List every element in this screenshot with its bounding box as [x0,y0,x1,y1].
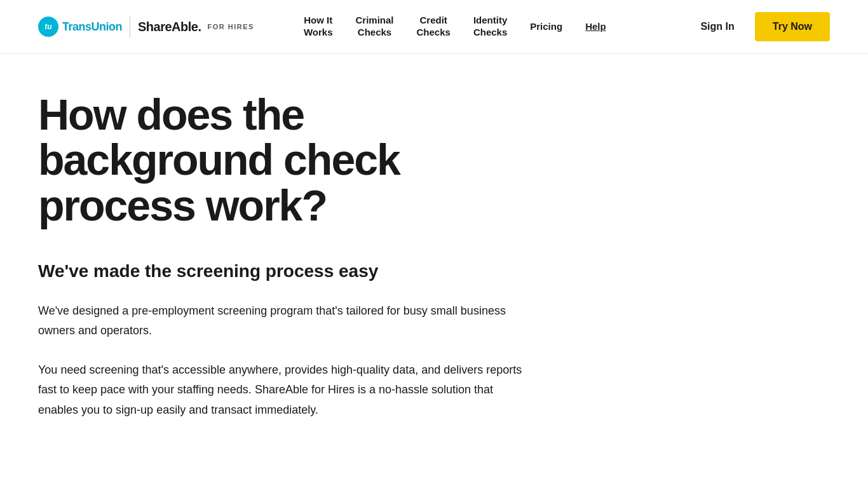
nav-item-how-it-works[interactable]: How ItWorks [292,0,344,54]
nav-item-help[interactable]: Help [574,0,618,54]
shareable-wordmark: ShareAble. [138,20,201,34]
site-header: tu TransUnion ShareAble. FOR HIRES How I… [0,0,868,54]
tu-letters: tu [44,22,51,31]
nav-item-criminal-checks[interactable]: CriminalChecks [344,0,405,54]
body-paragraph-2: You need screening that's accessible any… [38,360,534,421]
header-actions: Sign In Try Now [693,12,830,41]
logo-area: tu TransUnion ShareAble. FOR HIRES [38,15,254,38]
page-title: How does the background check process wo… [38,92,534,228]
nav-item-identity-checks[interactable]: IdentityChecks [462,0,519,54]
main-nav: How ItWorks CriminalChecks CreditChecks … [292,0,693,54]
try-now-button[interactable]: Try Now [755,12,830,41]
tu-badge-icon: tu [38,17,58,37]
sign-in-button[interactable]: Sign In [693,16,742,37]
nav-item-pricing[interactable]: Pricing [519,0,574,54]
section-subtitle: We've made the screening process easy [38,260,534,283]
nav-item-credit-checks[interactable]: CreditChecks [405,0,462,54]
logo-divider [130,15,130,38]
for-hires-label: FOR HIRES [208,23,254,30]
body-paragraph-1: We've designed a pre-employment screenin… [38,301,534,341]
main-content: How does the background check process wo… [0,54,572,477]
transunion-logo: tu TransUnion [38,17,122,37]
transunion-wordmark: TransUnion [62,20,122,34]
